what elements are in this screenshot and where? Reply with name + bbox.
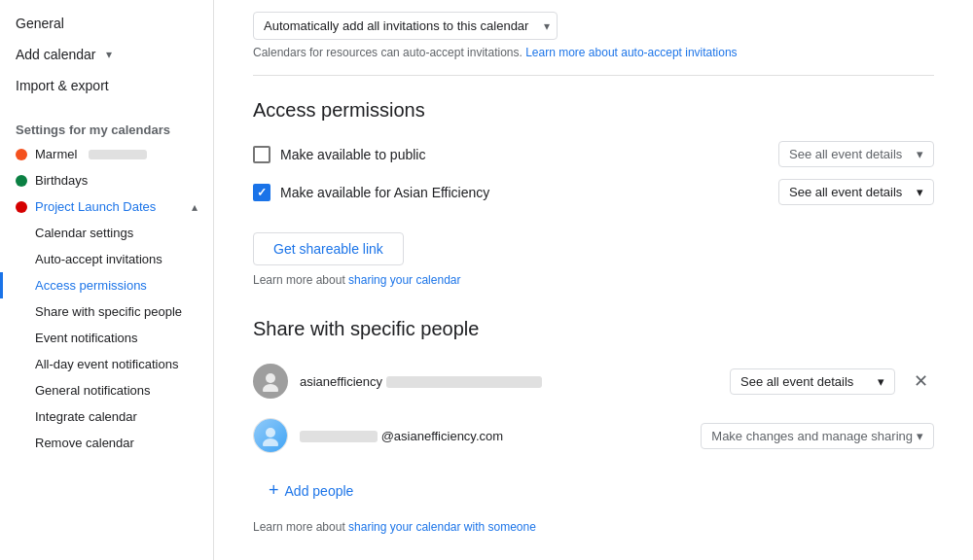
sidebar-item-marmel[interactable]: Marmel xyxy=(0,141,213,167)
sidebar: General Add calendar ▾ Import & export S… xyxy=(0,0,214,560)
sidebar-item-birthdays[interactable]: Birthdays xyxy=(0,167,213,193)
chevron-down-icon: ▾ xyxy=(917,185,923,199)
chevron-down-icon: ▾ xyxy=(878,374,884,389)
settings-section-header: Settings for my calendars xyxy=(0,113,213,141)
sub-item-general-notifications[interactable]: General notifications xyxy=(0,377,213,403)
share-section-title: Share with specific people xyxy=(253,318,934,340)
person-dropdown-0[interactable]: See all event details ▾ xyxy=(730,368,895,395)
general-label: General xyxy=(16,16,64,31)
add-people-button[interactable]: + Add people xyxy=(253,472,369,508)
sharing-calendar-link[interactable]: sharing your calendar xyxy=(348,273,460,287)
chevron-down-icon: ▾ xyxy=(917,429,923,443)
auto-accept-note: Calendars for resources can auto-accept … xyxy=(253,46,934,59)
avatar-0 xyxy=(253,364,288,399)
public-label: Make available to public xyxy=(280,147,425,162)
person-icon-0 xyxy=(260,370,281,392)
svg-point-2 xyxy=(266,428,275,438)
sub-item-allday-notifications[interactable]: All-day event notifications xyxy=(0,351,213,377)
person-dropdown-1[interactable]: Make changes and manage sharing ▾ xyxy=(701,423,934,449)
launch-dot xyxy=(16,201,27,213)
asian-label: Make available for Asian Efficiency xyxy=(280,185,489,200)
remove-person-button-0[interactable]: ✕ xyxy=(907,368,934,395)
birthdays-label: Birthdays xyxy=(35,173,88,188)
plus-icon: + xyxy=(269,480,279,501)
public-perm-dropdown[interactable]: See all event details ▾ xyxy=(778,141,934,167)
sub-item-remove[interactable]: Remove calendar xyxy=(0,430,213,456)
marmel-label: Marmel xyxy=(35,147,77,161)
sub-item-share-specific[interactable]: Share with specific people xyxy=(0,298,213,325)
birthdays-dot xyxy=(16,175,27,187)
asian-checkbox[interactable] xyxy=(253,184,270,201)
access-permissions-section: Access permissions Make available to pub… xyxy=(253,99,934,287)
avatar-1 xyxy=(253,418,288,453)
svg-point-3 xyxy=(263,438,278,446)
auto-invite-dropdown[interactable]: Automatically add all invitations to thi… xyxy=(253,12,558,40)
access-permissions-title: Access permissions xyxy=(253,99,934,122)
share-section: Share with specific people asianefficien… xyxy=(253,318,934,534)
svg-point-1 xyxy=(263,384,278,392)
email-blur-0 xyxy=(386,376,542,388)
email-blur-left-1 xyxy=(300,431,378,442)
chevron-down-icon: ▾ xyxy=(917,147,923,161)
marmel-name-blur xyxy=(89,150,147,159)
sharing-with-someone-link[interactable]: sharing your calendar with someone xyxy=(348,520,536,534)
public-checkbox[interactable] xyxy=(253,146,270,163)
asian-perm-dropdown[interactable]: See all event details ▾ xyxy=(778,179,934,205)
person-row-1: @asianefficiency.com Make changes and ma… xyxy=(253,414,934,457)
person-row-0: asianefficiency See all event details ▾ … xyxy=(253,360,934,402)
import-export-label: Import & export xyxy=(16,78,109,93)
top-bar: Automatically add all invitations to thi… xyxy=(253,0,934,76)
public-checkbox-area: Make available to public xyxy=(253,146,767,163)
auto-accept-link[interactable]: Learn more about auto-accept invitations xyxy=(525,46,737,59)
sub-item-access-permissions[interactable]: Access permissions xyxy=(0,272,213,298)
learn-more-sharing: Learn more about sharing your calendar xyxy=(253,273,934,287)
permission-row-asian: Make available for Asian Efficiency See … xyxy=(253,179,934,205)
get-shareable-link-button[interactable]: Get shareable link xyxy=(253,232,404,265)
main-content: Automatically add all invitations to thi… xyxy=(214,0,973,560)
asian-checkbox-area: Make available for Asian Efficiency xyxy=(253,184,767,201)
person-email-1: @asianefficiency.com xyxy=(300,429,689,443)
chevron-up-icon: ▴ xyxy=(192,200,198,214)
launch-label: Project Launch Dates xyxy=(35,199,156,214)
sub-item-calendar-settings[interactable]: Calendar settings xyxy=(0,220,213,246)
marmel-dot xyxy=(16,149,27,160)
avatar-photo-1 xyxy=(254,419,287,452)
auto-invite-select-wrapper[interactable]: Automatically add all invitations to thi… xyxy=(253,12,558,40)
sidebar-item-import-export[interactable]: Import & export xyxy=(0,70,213,101)
sidebar-item-add-calendar[interactable]: Add calendar ▾ xyxy=(0,39,213,70)
sidebar-item-project-launch[interactable]: Project Launch Dates ▴ xyxy=(0,193,213,220)
person-email-0: asianefficiency xyxy=(300,374,718,389)
sub-item-auto-accept[interactable]: Auto-accept invitations xyxy=(0,246,213,272)
svg-point-0 xyxy=(266,373,275,383)
sub-item-event-notifications[interactable]: Event notifications xyxy=(0,325,213,351)
chevron-down-icon: ▾ xyxy=(106,48,112,61)
learn-more-share: Learn more about sharing your calendar w… xyxy=(253,520,934,534)
permission-row-public: Make available to public See all event d… xyxy=(253,141,934,167)
sidebar-item-general[interactable]: General xyxy=(0,8,213,39)
sub-item-integrate[interactable]: Integrate calendar xyxy=(0,403,213,430)
add-calendar-label: Add calendar xyxy=(16,47,96,62)
person-icon-1 xyxy=(260,425,281,446)
